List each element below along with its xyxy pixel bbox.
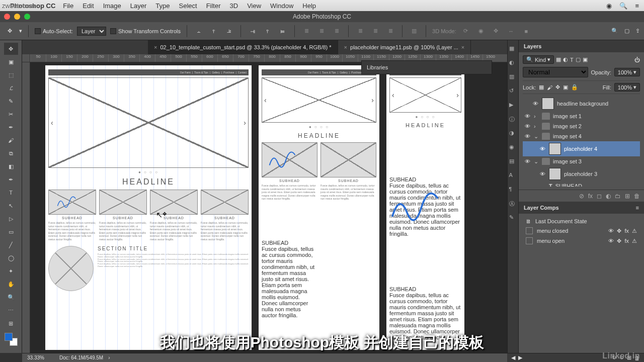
align-hcenter-icon[interactable]: ⫯	[262, 26, 273, 37]
filter-kind-dropdown[interactable]: 🔍 Kind ▾	[523, 55, 554, 64]
layer-group[interactable]: 👁›image set 1	[523, 111, 640, 121]
layer-group[interactable]: 👁⌄image set 4	[523, 131, 640, 141]
visibility-icon[interactable]: 👁	[524, 113, 531, 119]
fx-comp-icon[interactable]: fx	[624, 228, 629, 234]
layer-item[interactable]: 👁headline background	[523, 96, 640, 111]
chevron-right-icon[interactable]: ›	[108, 355, 110, 360]
edit-toolbar[interactable]: ⊞	[4, 317, 18, 329]
auto-align-icon[interactable]: ▥	[409, 26, 420, 37]
chevron-left-icon[interactable]: ‹	[51, 119, 53, 127]
character-icon[interactable]: A	[509, 172, 517, 180]
mask-icon[interactable]: ◻	[597, 193, 602, 200]
distribute-vcenter-icon[interactable]: ≣	[316, 26, 327, 37]
filter-smart-icon[interactable]: ▣	[583, 56, 588, 63]
visibility-comp-icon[interactable]: 👁	[608, 228, 614, 234]
position-comp-icon[interactable]: ✥	[617, 238, 621, 244]
trash-icon[interactable]: 🗑	[634, 193, 640, 200]
direct-select-tool[interactable]: ▷	[4, 213, 18, 225]
show-transform-checkbox[interactable]: Show Transform Controls	[110, 28, 181, 34]
align-bottom-icon[interactable]: ⫡	[223, 26, 234, 37]
search-icon[interactable]: 🔍	[611, 28, 618, 34]
next-comp-icon[interactable]: ▶	[518, 354, 522, 361]
move-tool[interactable]: ✥	[4, 43, 18, 55]
layers-icon[interactable]: ◉	[509, 144, 517, 152]
lock-transparency-icon[interactable]: ▦	[539, 84, 544, 90]
layer-comp-last-state[interactable]: 🗎Last Document State	[523, 217, 640, 226]
adjustments-icon[interactable]: ◐	[509, 59, 517, 67]
auto-select-checkbox[interactable]: Auto-Select:	[35, 28, 73, 34]
zoom-tool[interactable]: 🔍	[4, 291, 18, 303]
warning-icon[interactable]: ⚠	[632, 228, 637, 234]
layer-comp-item[interactable]: menu open👁✥fx⚠	[523, 236, 640, 246]
filter-type-icon[interactable]: T	[570, 57, 574, 63]
layer-comp-item[interactable]: menu closed👁✥fx⚠	[523, 226, 640, 236]
visibility-icon[interactable]: 👁	[524, 133, 531, 139]
clone-tool[interactable]: ⧉	[4, 147, 18, 159]
eyedropper-tool[interactable]: ✒	[4, 121, 18, 133]
history-icon[interactable]: ↺	[509, 87, 517, 96]
visibility-icon[interactable]: 👁	[524, 158, 531, 164]
auto-select-layer-dropdown[interactable]: Layer	[77, 27, 106, 36]
tab-template[interactable]: ×02_10_template_custom_start.psd @ 33.3%…	[148, 40, 338, 54]
more-tools[interactable]: ⋯	[4, 304, 18, 316]
chevron-left-icon[interactable]: ‹	[392, 91, 394, 99]
color-icon[interactable]: ▦	[509, 45, 517, 53]
layer-item[interactable]: 👁TSUBHEAD	[523, 182, 640, 187]
visibility-comp-icon[interactable]: 👁	[608, 238, 614, 244]
color-swatch[interactable]	[5, 333, 18, 346]
close-icon[interactable]: ×	[461, 44, 464, 50]
artboard-tool[interactable]: ▣	[4, 56, 18, 68]
layer-group[interactable]: 👁›image set 2	[523, 121, 640, 131]
chevron-right-icon[interactable]: ›	[244, 119, 246, 127]
new-layer-icon[interactable]: ⊞	[625, 193, 630, 200]
filter-adjust-icon[interactable]: ◐	[563, 56, 568, 63]
ellipse-tool[interactable]: ◯	[4, 252, 18, 264]
menu-file[interactable]: File	[63, 2, 73, 10]
align-left-icon[interactable]: ⫣	[247, 26, 258, 37]
layer-group[interactable]: 👁⌄image set 3	[523, 156, 640, 166]
link-layers-icon[interactable]: ⊘	[579, 193, 584, 200]
artboard-desktop[interactable]: Our Farm | Tours & Tips | Gallery | Purc…	[45, 65, 252, 350]
swatches-icon[interactable]: ▥	[509, 73, 517, 81]
group-icon[interactable]: 🗀	[615, 193, 621, 200]
close-icon[interactable]: ×	[344, 44, 347, 50]
lock-pixels-icon[interactable]: 🖌	[547, 84, 552, 90]
visibility-icon[interactable]: 👁	[539, 171, 546, 177]
spotlight-icon[interactable]: 🔍	[619, 2, 627, 10]
menu-filter[interactable]: Filter	[206, 2, 221, 10]
actions-icon[interactable]: ▶	[509, 102, 517, 110]
filter-shape-icon[interactable]: ▢	[576, 56, 581, 63]
chevron-left-icon[interactable]: ‹	[264, 96, 267, 104]
app-name[interactable]: Photoshop CC	[10, 2, 55, 10]
menu-window[interactable]: Window	[270, 2, 293, 10]
doc-info[interactable]: Doc: 64.1M/549.5M	[59, 355, 103, 360]
fx-icon[interactable]: fx	[588, 193, 593, 200]
marquee-tool[interactable]: ⬚	[4, 69, 18, 81]
fill-value[interactable]: 100% ▾	[614, 83, 640, 92]
align-vcenter-icon[interactable]: ⫯	[208, 26, 219, 37]
dropdown-caret-icon[interactable]: ▾	[19, 28, 22, 34]
distribute-right-icon[interactable]: ≣	[385, 26, 396, 37]
slider-dots[interactable]: ● ○ ○ ○	[259, 125, 379, 129]
opacity-value[interactable]: 100% ▾	[614, 68, 640, 76]
path-tool[interactable]: ↖	[4, 200, 18, 212]
chevron-right-icon[interactable]: ›	[456, 91, 459, 99]
fx-comp-icon[interactable]: fx	[624, 238, 629, 244]
align-right-icon[interactable]: ⫢	[277, 26, 288, 37]
menu-help[interactable]: Help	[302, 2, 316, 10]
zoom-level[interactable]: 33.33%	[27, 355, 44, 360]
menu-image[interactable]: Image	[103, 2, 121, 10]
line-tool[interactable]: ╱	[4, 239, 18, 251]
info-icon[interactable]: ⓘ	[509, 116, 517, 124]
filter-pixel-icon[interactable]: ▦	[556, 56, 561, 63]
pen-tool[interactable]: ✒	[4, 173, 18, 186]
lasso-tool[interactable]: 𝓛	[4, 82, 18, 94]
artboard-mobile[interactable]: ‹› ● ○ ○ ○ HEADLINE SUBHEADFusce dapibus…	[386, 65, 464, 350]
tab-placeholder[interactable]: ×placeholder image11.psb @ 100% (Layer .…	[338, 40, 471, 54]
libraries-panel[interactable]: Libraries	[361, 60, 492, 74]
menu-select[interactable]: Select	[179, 2, 197, 10]
layers-panel-tab[interactable]: Layers	[519, 40, 644, 52]
position-comp-icon[interactable]: ✥	[617, 228, 621, 234]
gradient-tool[interactable]: ◧	[4, 160, 18, 172]
visibility-icon[interactable]: 👁	[524, 123, 531, 129]
